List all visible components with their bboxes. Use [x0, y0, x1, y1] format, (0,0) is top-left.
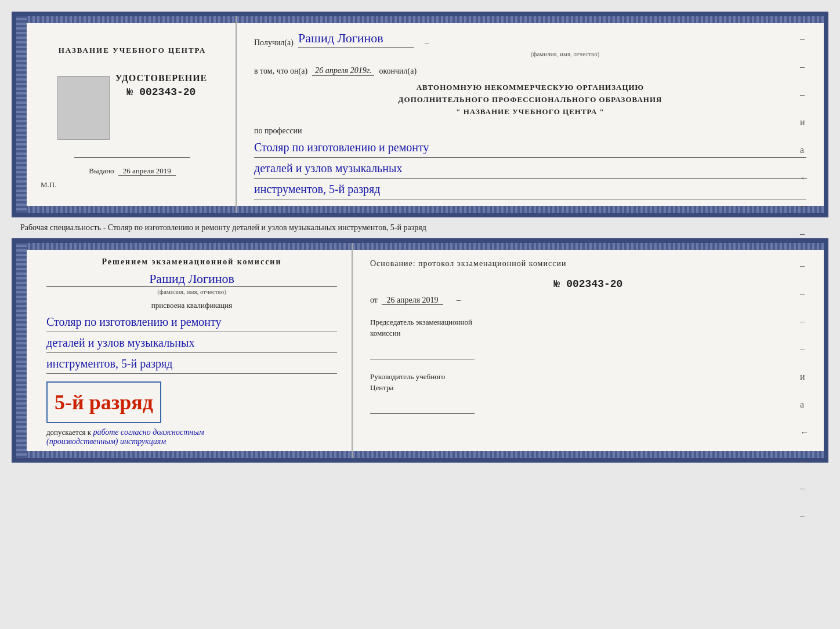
- bottom-document: Решением экзаменационной комиссии Рашид …: [12, 238, 828, 463]
- dash-3: –: [800, 89, 809, 100]
- b-dash-4: –: [800, 344, 809, 354]
- name-dash: –: [425, 38, 429, 48]
- a-letter: а: [800, 145, 809, 155]
- mp-label: М.П.: [28, 180, 56, 190]
- ot-date: от 26 апреля 2019 –: [370, 296, 806, 305]
- photo-placeholder: [57, 76, 110, 140]
- v-tom-text: в том, что он(а): [254, 67, 307, 76]
- vydano-date: 26 апреля 2019: [118, 166, 176, 176]
- resheniem-title: Решением экзаменационной комиссии: [46, 257, 337, 267]
- i-letter: и: [800, 117, 809, 128]
- dopuskaetsya-prefix: допускается к: [46, 428, 91, 437]
- separator-text: Рабочая специальность - Столяр по изгото…: [20, 223, 426, 232]
- cert-title: УДОСТОВЕРЕНИЕ: [115, 73, 208, 83]
- b-dash-5: –: [800, 455, 809, 466]
- bottom-qual-line-2: деталей и узлов музыкальных: [46, 334, 337, 353]
- fio-label: (фамилия, имя, отчество): [324, 50, 806, 57]
- dopuskaetsya-text-2: (производственным) инструкциям: [46, 437, 166, 446]
- rukovoditel-block: Руководитель учебного Центра: [370, 371, 806, 414]
- osnovanie-title: Основание: протокол экзаменационной коми…: [370, 257, 806, 270]
- b-a-letter: а: [800, 399, 809, 410]
- profession-line-1: Столяр по изготовлению и ремонту: [254, 139, 806, 158]
- org-line-2: ДОПОЛНИТЕЛЬНОГО ПРОФЕССИОНАЛЬНОГО ОБРАЗО…: [254, 94, 806, 106]
- bottom-fio-label: (фамилия, имя, отчество): [46, 288, 337, 295]
- left-side-strip: [16, 16, 27, 213]
- dopuskaetsya-text: работе согласно должностным: [93, 428, 204, 437]
- poluchil-text: Получил(а): [254, 38, 294, 48]
- school-name-label: НАЗВАНИЕ УЧЕБНОГО ЦЕНТРА: [59, 45, 207, 56]
- ot-date-value: 26 апреля 2019: [382, 296, 443, 305]
- cert-date: 26 апреля 2019г.: [312, 66, 374, 76]
- b-arrow: ←: [800, 427, 809, 438]
- top-document: НАЗВАНИЕ УЧЕБНОГО ЦЕНТРА УДОСТОВЕРЕНИЕ №…: [12, 12, 828, 217]
- ot-label: от: [370, 296, 378, 304]
- b-dash-1: –: [800, 260, 809, 271]
- predsedatel-label: Председатель экзаменационной комиссии: [370, 317, 806, 339]
- bottom-qual-line-3: инструментов, 5-й разряд: [46, 355, 337, 374]
- okonchill-text: окончил(а): [379, 67, 417, 76]
- bottom-doc-right: – – – – и а ← – – – Основание: протокол …: [353, 243, 824, 458]
- v-tom-row: в том, что он(а) 26 апреля 2019г. окончи…: [254, 66, 806, 76]
- bottom-qual-line-1: Столяр по изготовлению и ремонту: [46, 313, 337, 332]
- bottom-left-strip: [16, 243, 27, 458]
- b-i-letter: и: [800, 372, 809, 382]
- recipient-row: Получил(а) Рашид Логинов –: [254, 31, 806, 48]
- arrow-symbol: ←: [800, 173, 809, 183]
- bottom-recipient-name: Рашид Логинов: [46, 271, 337, 287]
- predsedatel-block: Председатель экзаменационной комиссии: [370, 317, 806, 359]
- org-line-3: " НАЗВАНИЕ УЧЕБНОГО ЦЕНТРА ": [254, 106, 806, 118]
- org-line-1: АВТОНОМНУЮ НЕКОММЕРЧЕСКУЮ ОРГАНИЗАЦИЮ: [254, 82, 806, 94]
- profession-line-2: деталей и узлов музыкальных: [254, 159, 806, 179]
- right-dashes: – – – и а ← – – –: [800, 34, 809, 267]
- dash-1: –: [800, 34, 809, 44]
- org-block: АВТОНОМНУЮ НЕКОММЕРЧЕСКУЮ ОРГАНИЗАЦИЮ ДО…: [254, 82, 806, 118]
- b-dash-3: –: [800, 316, 809, 326]
- bottom-doc-left: Решением экзаменационной комиссии Рашид …: [16, 243, 353, 458]
- rukovoditel-signature-line: [370, 402, 475, 414]
- dash-5: –: [800, 228, 809, 239]
- separator-label: Рабочая специальность - Столяр по изгото…: [12, 217, 828, 238]
- ot-dash: –: [457, 296, 461, 304]
- recipient-name: Рашид Логинов: [298, 31, 414, 48]
- bottom-right-dashes: – – – – и а ← – – –: [800, 260, 809, 521]
- rukovoditel-label: Руководитель учебного Центра: [370, 371, 806, 394]
- vydano-label: Выдано: [89, 166, 114, 175]
- cert-number: № 002343-20: [127, 86, 196, 98]
- profession-line-3: инструментов, 5-й разряд: [254, 180, 806, 199]
- qualification-box: 5-й разряд: [46, 381, 161, 423]
- b-dash-2: –: [800, 288, 809, 299]
- predsedatel-signature-line: [370, 348, 475, 359]
- top-doc-right-panel: – – – и а ← – – – Получил(а) Рашид Логин…: [237, 16, 824, 213]
- dash-2: –: [800, 61, 809, 72]
- b-dash-7: –: [800, 511, 809, 521]
- vydano-row: Выдано 26 апреля 2019: [89, 166, 175, 176]
- protocol-number: № 002343-20: [370, 278, 806, 290]
- page-container: НАЗВАНИЕ УЧЕБНОГО ЦЕНТРА УДОСТОВЕРЕНИЕ №…: [12, 12, 828, 463]
- top-doc-left-panel: НАЗВАНИЕ УЧЕБНОГО ЦЕНТРА УДОСТОВЕРЕНИЕ №…: [16, 16, 237, 213]
- big-rank-text: 5-й разряд: [55, 390, 153, 415]
- prisvoena-label: присвоена квалификация: [46, 301, 337, 310]
- po-professii-label: по профессии: [254, 126, 806, 136]
- b-dash-6: –: [800, 483, 809, 493]
- dash-4: –: [800, 201, 809, 211]
- dopuskaetsya-row: допускается к работе согласно должностны…: [46, 428, 337, 446]
